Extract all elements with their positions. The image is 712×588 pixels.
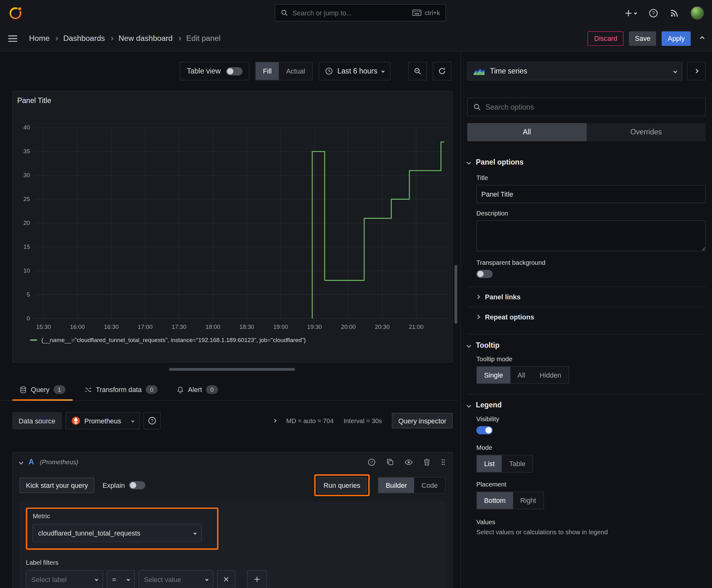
tooltip-single-option[interactable]: Single: [477, 366, 511, 383]
breadcrumb-home[interactable]: Home: [29, 34, 50, 43]
visualization-picker[interactable]: Time series: [467, 62, 683, 80]
datasource-picker[interactable]: Prometheus: [65, 412, 140, 429]
mode-table-option[interactable]: Table: [502, 455, 533, 472]
query-inspector-button[interactable]: Query inspector: [392, 413, 453, 428]
options-search[interactable]: [467, 98, 706, 116]
nav-bar: Home Dashboards New dashboard Edit panel…: [0, 26, 712, 51]
tab-query[interactable]: Query 1: [12, 385, 72, 400]
add-filter-button[interactable]: [247, 570, 267, 588]
svg-text:18:00: 18:00: [206, 323, 220, 330]
time-range-label: Last 6 hours: [338, 67, 377, 75]
duplicate-query-icon[interactable]: [386, 458, 394, 465]
remove-filter-button[interactable]: [217, 570, 235, 588]
svg-text:35: 35: [24, 148, 30, 154]
svg-text:25: 25: [24, 196, 30, 202]
grafana-logo-icon[interactable]: [8, 6, 23, 20]
tab-overrides[interactable]: Overrides: [586, 123, 706, 141]
timeseries-viz-icon: [473, 67, 485, 75]
placement-right-option[interactable]: Right: [513, 492, 543, 509]
tooltip-title: Tooltip: [476, 341, 499, 349]
time-range-picker[interactable]: Last 6 hours: [319, 62, 390, 80]
legend-placement-segment: Bottom Right: [476, 491, 544, 509]
horizontal-scrollbar[interactable]: [169, 368, 295, 371]
legend-header[interactable]: Legend: [467, 395, 706, 416]
datasource-help-button[interactable]: ?: [144, 412, 161, 429]
query-help-icon[interactable]: ?: [368, 458, 376, 466]
legend-swatch: [30, 339, 37, 340]
run-queries-button[interactable]: Run queries: [317, 478, 367, 493]
select-value-dropdown[interactable]: Select value: [138, 570, 214, 588]
tab-alert[interactable]: Alert 0: [170, 385, 225, 400]
tooltip-header[interactable]: Tooltip: [467, 335, 706, 356]
metric-select[interactable]: cloudflared_tunnel_total_requests: [33, 524, 201, 542]
breadcrumb-dashboards[interactable]: Dashboards: [63, 34, 105, 43]
svg-text:18:30: 18:30: [239, 323, 254, 330]
save-button[interactable]: Save: [629, 31, 656, 45]
breadcrumb-new-dashboard[interactable]: New dashboard: [118, 34, 173, 43]
select-label-dropdown[interactable]: Select label: [26, 570, 103, 588]
panel-links-row[interactable]: Panel links: [467, 287, 706, 307]
refresh-button[interactable]: [433, 62, 451, 80]
tab-all[interactable]: All: [467, 123, 586, 141]
legend-mode-segment: List Table: [476, 455, 533, 472]
all-overrides-tabs: All Overrides: [467, 123, 706, 141]
expand-options-chevron[interactable]: [273, 419, 277, 422]
delete-query-trash-icon[interactable]: [424, 458, 430, 465]
hide-query-eye-icon[interactable]: [405, 459, 413, 465]
global-search-input[interactable]: [293, 9, 408, 17]
tooltip-mode-label: Tooltip mode: [476, 355, 706, 362]
collapse-header-button[interactable]: [701, 37, 704, 40]
options-sidebar: Time series All Overrides Panel options …: [460, 51, 712, 588]
drag-handle-icon[interactable]: [441, 458, 445, 465]
vertical-scrollbar[interactable]: [455, 265, 457, 324]
panel-options-header[interactable]: Panel options: [467, 151, 706, 172]
mode-list-option[interactable]: List: [477, 455, 502, 472]
code-option[interactable]: Code: [414, 478, 445, 493]
visibility-toggle[interactable]: [476, 426, 493, 435]
options-search-input[interactable]: [486, 103, 700, 111]
panel-title-input[interactable]: [476, 185, 706, 203]
mode-label: Mode: [476, 444, 706, 451]
svg-text:0: 0: [27, 315, 30, 322]
collapse-sidebar-button[interactable]: [687, 62, 706, 80]
user-avatar[interactable]: [691, 6, 704, 19]
actual-option[interactable]: Actual: [279, 62, 312, 80]
visualization-value: Time series: [490, 67, 527, 75]
legend-item[interactable]: {__name__="cloudflared_tunnel_total_requ…: [30, 337, 306, 344]
transparent-background-toggle[interactable]: [476, 270, 493, 278]
fill-option[interactable]: Fill: [256, 62, 279, 80]
tooltip-hidden-option[interactable]: Hidden: [533, 366, 568, 383]
menu-toggle[interactable]: [8, 35, 17, 41]
transparent-background-label: Transparent background: [476, 259, 706, 266]
label-filters-label: Label filters: [26, 559, 446, 566]
description-textarea[interactable]: [476, 220, 706, 251]
apply-button[interactable]: Apply: [662, 31, 691, 45]
explain-toggle[interactable]: [129, 481, 145, 489]
global-search[interactable]: ctrl+k: [275, 4, 446, 21]
add-button[interactable]: [625, 9, 637, 17]
svg-text:15:30: 15:30: [36, 323, 51, 330]
top-bar: ctrl+k ?: [0, 0, 712, 26]
table-view-toggle[interactable]: [226, 67, 242, 75]
max-data-points-stat: MD = auto = 704: [286, 417, 334, 424]
chart[interactable]: 051015202530354015:3016:0016:3017:0017:3…: [13, 112, 453, 339]
select-label-placeholder: Select label: [31, 575, 67, 583]
operator-dropdown[interactable]: =: [107, 570, 135, 588]
kick-start-button[interactable]: Kick start your query: [19, 478, 94, 493]
zoom-out-button[interactable]: [408, 62, 427, 80]
discard-button[interactable]: Discard: [588, 31, 624, 45]
table-view-control: Table view: [180, 62, 249, 80]
collapse-query-chevron[interactable]: [19, 460, 23, 464]
database-icon: [19, 386, 27, 393]
repeat-options-row[interactable]: Repeat options: [467, 307, 706, 327]
svg-text:10: 10: [24, 267, 30, 274]
builder-option[interactable]: Builder: [379, 478, 414, 493]
tooltip-all-option[interactable]: All: [510, 366, 532, 383]
tooltip-section: Tooltip Tooltip mode Single All Hidden: [467, 334, 706, 384]
placement-bottom-option[interactable]: Bottom: [477, 492, 513, 509]
help-button[interactable]: ?: [649, 8, 658, 18]
tab-transform-data[interactable]: Transform data 0: [77, 385, 165, 400]
description-label: Description: [476, 210, 706, 217]
svg-text:20:30: 20:30: [375, 323, 390, 330]
news-rss-button[interactable]: [670, 9, 678, 17]
